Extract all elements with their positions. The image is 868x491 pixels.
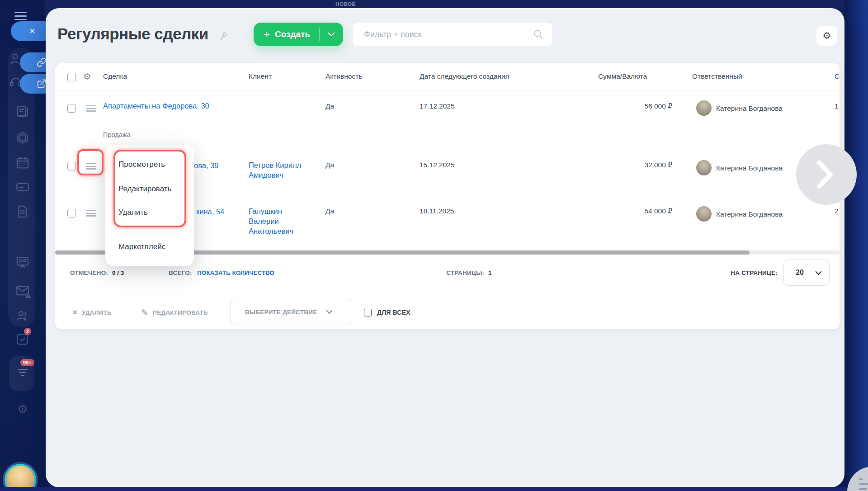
- table-header-row: ⚙ Сделка Клиент Активность Дата следующе…: [55, 63, 840, 90]
- sidebar-item-calendar[interactable]: [15, 155, 30, 170]
- responsible-avatar: [696, 100, 712, 116]
- activity-value: Да: [326, 207, 334, 215]
- background-bottom-strip: [0, 487, 868, 491]
- table-row: Апартаменты на Федорова, 30 Продажа Да 1…: [55, 90, 840, 149]
- col-header-responsible: Ответственный: [692, 72, 742, 80]
- delete-x-icon: ×: [72, 307, 77, 317]
- menu-item-marketplace[interactable]: Маркетплейс: [118, 242, 165, 251]
- responsible-name: Катерина Богданова: [716, 210, 783, 218]
- select-all-checkbox[interactable]: [67, 73, 76, 81]
- sidebar-item-news[interactable]: [15, 104, 30, 119]
- chevron-down-icon: [815, 271, 822, 275]
- deal-category: Продажа: [103, 131, 131, 138]
- row-checkbox[interactable]: [67, 209, 76, 217]
- sidebar-item-documents[interactable]: [15, 204, 30, 219]
- responsible-name: Катерина Богданова: [716, 164, 783, 172]
- per-page-label: НА СТРАНИЦЕ:: [679, 269, 778, 276]
- per-page-value: 20: [796, 269, 804, 277]
- deal-link[interactable]: Апартаменты на Федорова, 30: [103, 99, 216, 113]
- for-all-checkbox-group[interactable]: ДЛЯ ВСЕХ: [364, 303, 410, 321]
- clipped-cell: 2: [835, 207, 840, 215]
- next-date-value: 18.11.2025: [420, 207, 454, 215]
- responsible-avatar: [696, 160, 712, 175]
- row-drag-handle-icon[interactable]: [86, 163, 96, 170]
- deal-link[interactable]: кина, 54: [196, 205, 246, 218]
- select-action-dropdown[interactable]: ВЫБЕРИТЕ ДЕЙСТВИЕ: [230, 299, 352, 325]
- sidebar-item-board[interactable]: [15, 255, 30, 270]
- gear-icon: ⚙: [823, 30, 831, 41]
- col-header-clipped: С: [835, 72, 840, 80]
- responsible-avatar: [696, 206, 712, 222]
- show-count-link[interactable]: ПОКАЗАТЬ КОЛИЧЕСТВО: [197, 269, 274, 276]
- marked-value: 0 / 3: [112, 269, 124, 276]
- sidebar-item-mail[interactable]: [15, 283, 30, 298]
- chevron-right-icon: [817, 161, 833, 189]
- row-checkbox[interactable]: [67, 162, 76, 170]
- edit-button[interactable]: ✎ РЕДАКТИРОВАТЬ: [141, 303, 208, 321]
- pencil-icon: ✎: [141, 307, 148, 318]
- activity-value: Да: [326, 102, 334, 110]
- background-right-strip: [844, 0, 868, 491]
- col-header-deal: Сделка: [103, 72, 127, 80]
- chevron-down-icon: [326, 310, 333, 314]
- col-header-next-date: Дата следующего создания: [420, 72, 509, 80]
- clipped-cell: 1: [835, 102, 840, 110]
- sidebar-item-tasks[interactable]: 2: [15, 331, 30, 347]
- app-window: НОВОЕ ×: [0, 0, 868, 491]
- sidebar-item-employees[interactable]: [15, 308, 30, 323]
- pages-value: 1: [488, 269, 492, 276]
- next-date-value: 17.12.2025: [420, 102, 455, 110]
- amount-value: 54 000 ₽: [507, 207, 672, 215]
- sidebar-item-payments[interactable]: [15, 179, 30, 194]
- external-link-icon: [37, 79, 47, 89]
- responsible-name: Катерина Богданова: [716, 104, 783, 113]
- total-label: ВСЕГО:: [169, 269, 192, 276]
- delete-button[interactable]: × УДАЛИТЬ: [72, 303, 112, 321]
- amount-value: 32 000 ₽: [507, 161, 672, 169]
- list-icon: [859, 478, 863, 480]
- row-checkbox[interactable]: [67, 104, 76, 113]
- plus-icon: +: [264, 28, 270, 41]
- col-header-amount: Сумма/Валюта: [500, 72, 647, 80]
- create-button[interactable]: + Создать: [254, 23, 343, 46]
- search-icon[interactable]: [533, 29, 544, 40]
- menu-hamburger-icon[interactable]: [14, 12, 27, 20]
- search-input[interactable]: [364, 23, 527, 46]
- activity-value: Да: [326, 161, 334, 169]
- create-dropdown-chevron[interactable]: [320, 32, 343, 37]
- mail-warning-icon: [25, 292, 32, 298]
- row-drag-handle-icon[interactable]: [86, 210, 96, 217]
- columns-settings-gear-icon[interactable]: ⚙: [83, 71, 91, 82]
- for-all-checkbox[interactable]: [364, 309, 372, 316]
- col-header-activity: Активность: [326, 72, 362, 80]
- menu-item-delete[interactable]: Удалить: [118, 208, 148, 217]
- sidebar-item-feed[interactable]: 99+: [15, 364, 30, 380]
- close-icon: ×: [29, 25, 35, 37]
- next-date-value: 15.12.2025: [420, 161, 455, 169]
- amount-value: 56 000 ₽: [507, 102, 672, 110]
- page-title: Регулярные сделки: [57, 25, 208, 43]
- row-drag-handle-icon[interactable]: [86, 105, 96, 112]
- scroll-right-button[interactable]: [796, 144, 857, 205]
- pages-label: СТРАНИЦЫ:: [446, 269, 484, 276]
- bulk-action-bar: × УДАЛИТЬ ✎ РЕДАКТИРОВАТЬ ВЫБЕРИТЕ ДЕЙСТ…: [55, 294, 840, 329]
- deal-link[interactable]: ова, 39: [194, 159, 244, 172]
- sidebar-settings-gear-icon[interactable]: ⚙: [17, 402, 28, 416]
- sidebar: ×: [0, 0, 45, 491]
- row-context-menu: Просмотреть Редактировать Удалить Маркет…: [105, 145, 194, 266]
- col-header-client: Клиент: [249, 72, 272, 80]
- menu-item-edit[interactable]: Редактировать: [118, 184, 171, 194]
- filter-search: [353, 23, 552, 46]
- create-button-label: Создать: [275, 29, 310, 39]
- client-link[interactable]: Галушкин Валерий Анатольевич: [249, 206, 312, 236]
- link-icon: [37, 57, 47, 67]
- sidebar-item-objects[interactable]: [15, 131, 30, 146]
- nav-item-new[interactable]: НОВОЕ: [335, 1, 356, 7]
- top-navigation-bar: НОВОЕ: [0, 0, 868, 8]
- marked-label: ОТМЕЧЕНО:: [70, 269, 108, 276]
- menu-item-view[interactable]: Просмотреть: [118, 160, 165, 169]
- client-link[interactable]: Петров Кирилл Амидович: [249, 160, 312, 180]
- page-settings-button[interactable]: ⚙: [816, 26, 837, 46]
- per-page-select[interactable]: 20: [783, 260, 830, 286]
- feed-badge: 99+: [20, 359, 34, 366]
